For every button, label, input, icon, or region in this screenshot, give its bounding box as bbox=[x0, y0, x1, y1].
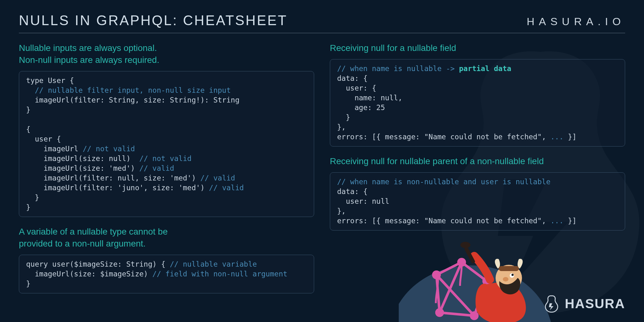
section-heading-receiving-null-field: Receiving null for a nullable field bbox=[330, 42, 625, 54]
code-emphasis: partial data bbox=[459, 64, 511, 73]
code-line: imageUrl(filter: 'juno', size: 'med') bbox=[26, 184, 209, 192]
code-line: { bbox=[26, 125, 31, 133]
section-heading-receiving-null-parent: Receiving null for nullable parent of a … bbox=[330, 155, 625, 167]
code-line: }] bbox=[564, 133, 577, 141]
footer-logo: HASURA bbox=[543, 295, 625, 313]
code-line: imageUrl bbox=[26, 145, 83, 153]
section-heading-variable-nullable: A variable of a nullable type cannot be … bbox=[19, 226, 314, 250]
code-comment: // when name is nullable -> bbox=[337, 64, 459, 73]
code-line: type User { bbox=[26, 76, 74, 85]
code-line: } bbox=[26, 193, 39, 202]
code-line: errors: [{ message: "Name could not be f… bbox=[337, 217, 551, 225]
code-comment: // field with non-null argument bbox=[153, 270, 287, 278]
code-line: query user($imageSize: String) { bbox=[26, 260, 170, 268]
code-line: errors: [{ message: "Name could not be f… bbox=[337, 133, 551, 141]
code-comment: // not valid bbox=[83, 145, 135, 153]
page-title: NULLS IN GRAPHQL: CHEATSHEET bbox=[19, 13, 287, 28]
code-line: age: 25 bbox=[337, 103, 385, 112]
code-line: }] bbox=[564, 217, 577, 225]
code-line: } bbox=[26, 280, 31, 288]
code-line: } bbox=[337, 113, 350, 121]
code-block-query-user: query user($imageSize: String) { // null… bbox=[19, 255, 314, 293]
hasura-logo-icon bbox=[543, 295, 560, 313]
code-line: user: { bbox=[337, 84, 376, 92]
code-line: data: { bbox=[337, 187, 368, 196]
code-comment: // when name is non-nullable and user is… bbox=[337, 178, 551, 186]
brand-url: HASURA.IO bbox=[527, 15, 625, 28]
code-line: }, bbox=[337, 123, 346, 131]
code-line: data: { bbox=[337, 74, 368, 82]
code-comment: // not valid bbox=[139, 154, 192, 163]
code-line: imageUrl(size: $imageSize) bbox=[26, 270, 153, 278]
code-ellipsis: ... bbox=[551, 217, 564, 225]
code-line: user: null bbox=[337, 197, 389, 205]
section-heading-nullable-inputs: Nullable inputs are always optional. Non… bbox=[19, 42, 314, 66]
code-line: imageUrl(filter: String, size: String!):… bbox=[26, 96, 240, 104]
code-comment: // nullable variable bbox=[170, 260, 257, 268]
code-line: user { bbox=[26, 135, 61, 143]
code-block-partial-data: // when name is nullable -> partial data… bbox=[330, 59, 625, 147]
header: NULLS IN GRAPHQL: CHEATSHEET HASURA.IO bbox=[19, 13, 625, 33]
code-comment: // valid bbox=[209, 184, 244, 192]
code-line: }, bbox=[337, 207, 346, 215]
code-line: imageUrl(filter: null, size: 'med') bbox=[26, 174, 200, 182]
code-comment: // nullable filter input, non-null size … bbox=[26, 86, 231, 94]
code-line: imageUrl(size: null) bbox=[26, 154, 139, 163]
code-comment: // valid bbox=[139, 164, 174, 172]
code-block-type-user: type User { // nullable filter input, no… bbox=[19, 71, 314, 217]
footer-logo-text: HASURA bbox=[565, 296, 625, 311]
code-line: } bbox=[26, 203, 31, 211]
right-column: Receiving null for a nullable field // w… bbox=[330, 42, 625, 302]
code-line: imageUrl(size: 'med') bbox=[26, 164, 139, 172]
code-line: } bbox=[26, 106, 31, 114]
code-line: name: null, bbox=[337, 94, 402, 102]
code-ellipsis: ... bbox=[551, 133, 564, 141]
left-column: Nullable inputs are always optional. Non… bbox=[19, 42, 314, 302]
code-comment: // valid bbox=[200, 174, 235, 182]
code-block-null-parent: // when name is non-nullable and user is… bbox=[330, 172, 625, 230]
